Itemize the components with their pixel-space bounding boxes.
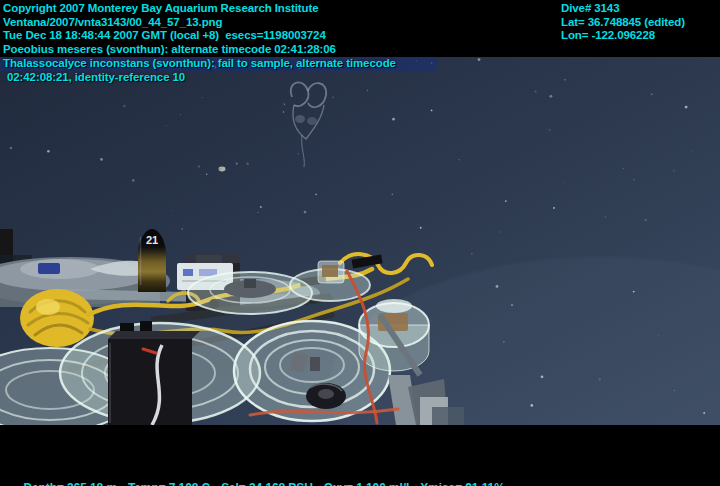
rov-scene: 21 — [0, 57, 720, 425]
latitude-value: Lat= 36.748845 (edited) — [561, 16, 685, 30]
underwater-video: 21 — [0, 57, 720, 425]
oxygen-value: Oxy= 1.100 ml/l — [324, 481, 410, 486]
small-organism — [219, 167, 226, 172]
header-left-column: Copyright 2007 Monterey Bay Aquarium Res… — [3, 2, 336, 57]
depth-value: Depth= 365.18 m — [23, 481, 117, 486]
video-frame: Copyright 2007 Monterey Bay Aquarium Res… — [0, 0, 720, 486]
longitude-value: Lon= -122.096228 — [561, 29, 685, 43]
dive-number: Dive# 3143 — [561, 2, 685, 16]
beacon-21: 21 — [138, 229, 166, 292]
annotation-highlight-bar: Thalassocalyce inconstans (svonthun): fa… — [0, 57, 437, 71]
timestamp-line: Tue Dec 18 18:48:44 2007 GMT (local +8) … — [3, 29, 336, 43]
salinity-value: Sal= 34.168 PSU — [221, 481, 313, 486]
telemetry-line: Depth= 365.18 mTemp= 7.108 CSal= 34.168 … — [4, 469, 516, 486]
annotation-thalassocalyce-line: Thalassocalyce inconstans (svonthun): fa… — [0, 57, 437, 71]
annotation-timecode-line: 02:42:08:21, identity-reference 10 — [0, 71, 437, 85]
header-overlay: Copyright 2007 Monterey Bay Aquarium Res… — [0, 0, 720, 57]
header-right-column: Dive# 3143 Lat= 36.748845 (edited) Lon= … — [561, 2, 685, 43]
file-path-line: Ventana/2007/vnta3143/00_44_57_13.png — [3, 16, 336, 30]
annotation-poeobius-line: Poeobius meseres (svonthun): alternate t… — [3, 43, 336, 57]
copyright-line: Copyright 2007 Monterey Bay Aquarium Res… — [3, 2, 336, 16]
black-equipment-box — [108, 321, 200, 425]
annotation-timecode-row: 02:42:08:21, identity-reference 10 — [0, 71, 437, 85]
telemetry-overlay: Depth= 365.18 mTemp= 7.108 CSal= 34.168 … — [0, 425, 720, 486]
temp-value: Temp= 7.108 C — [128, 481, 210, 486]
xmiss-value: Xmiss= 91.11% — [420, 481, 504, 486]
beacon-label: 21 — [146, 234, 158, 246]
